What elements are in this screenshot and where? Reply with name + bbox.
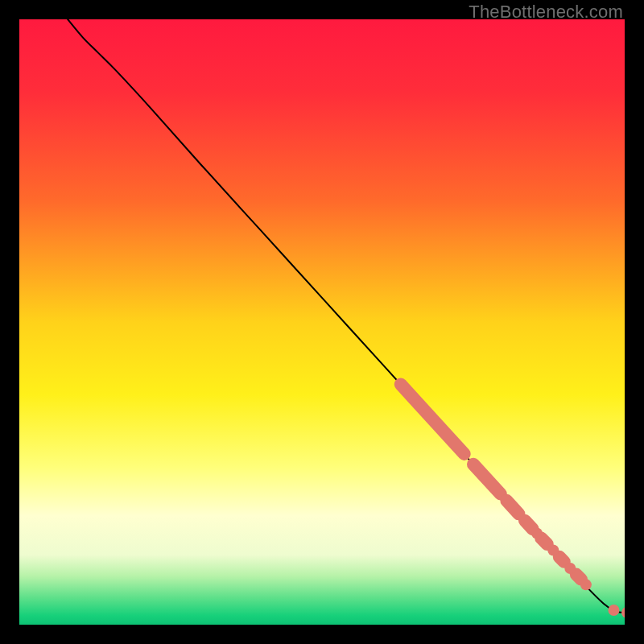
bottleneck-chart (19, 19, 625, 625)
cluster-segment (576, 575, 581, 580)
cluster-segment (541, 538, 547, 544)
data-point (608, 605, 619, 616)
data-point (580, 579, 592, 590)
data-point (531, 527, 543, 539)
data-point (564, 563, 576, 574)
cluster-segment (506, 501, 518, 514)
chart-frame (19, 19, 625, 625)
data-point (547, 545, 559, 556)
cluster-segment (525, 521, 533, 530)
cluster-segment (559, 557, 564, 562)
